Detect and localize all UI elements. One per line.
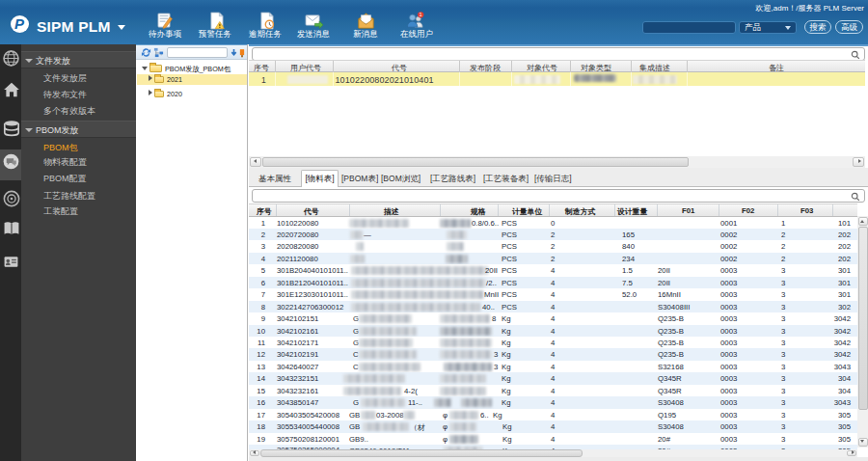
svg-text:1: 1 bbox=[420, 12, 422, 17]
